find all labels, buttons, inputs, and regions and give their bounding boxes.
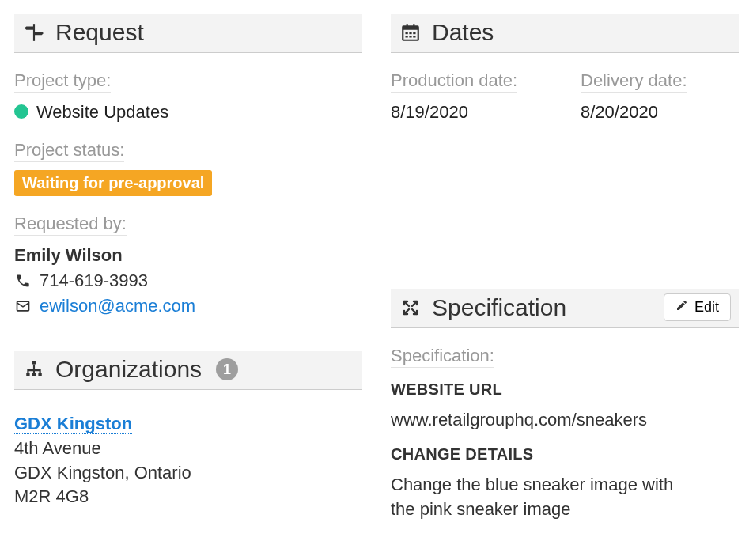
phone-icon — [14, 273, 32, 289]
organizations-panel-title: Organizations — [55, 356, 202, 383]
dates-panel-title: Dates — [432, 19, 731, 46]
svg-rect-15 — [413, 36, 415, 37]
organizations-panel-header: Organizations 1 — [14, 351, 362, 390]
sitemap-icon — [22, 358, 46, 381]
requester-email-link[interactable]: ewilson@acme.com — [40, 296, 195, 316]
project-status-label: Project status: — [14, 140, 124, 162]
svg-rect-10 — [406, 32, 408, 34]
organization-address-line2: GDX Kingston, Ontario — [14, 463, 191, 482]
expand-arrows-icon — [399, 296, 422, 320]
svg-rect-2 — [32, 361, 36, 364]
edit-button-label: Edit — [694, 299, 719, 316]
project-type-value: Website Updates — [14, 102, 362, 123]
organization-address-line1: 4th Avenue — [14, 438, 101, 458]
production-date-label: Production date: — [391, 70, 517, 93]
specification-panel-header: Specification Edit — [391, 289, 739, 328]
signpost-icon — [22, 21, 46, 44]
svg-rect-9 — [413, 24, 414, 27]
spec-change-text: Change the blue sneaker image with the p… — [391, 473, 691, 522]
organization-item: GDX Kingston 4th Avenue GDX Kingston, On… — [14, 412, 362, 509]
edit-button[interactable]: Edit — [664, 293, 731, 321]
svg-rect-5 — [38, 373, 41, 376]
svg-rect-3 — [26, 373, 29, 376]
specification-label: Specification: — [391, 346, 494, 368]
status-badge: Waiting for pre-approval — [14, 170, 212, 196]
requester-email-row: ewilson@acme.com — [14, 296, 362, 316]
svg-rect-11 — [409, 32, 411, 34]
production-date-value: 8/19/2020 — [391, 102, 549, 123]
spec-url-value: www.retailgrouphq.com/sneakers — [391, 408, 691, 433]
specification-panel-title: Specification — [432, 294, 654, 321]
svg-rect-12 — [413, 32, 415, 34]
svg-rect-4 — [32, 373, 36, 376]
organizations-count-badge: 1 — [216, 358, 238, 380]
svg-rect-7 — [403, 26, 418, 29]
spec-url-heading: WEBSITE URL — [391, 380, 739, 399]
requested-by-label: Requested by: — [14, 214, 127, 236]
project-type-text: Website Updates — [36, 102, 168, 122]
project-type-label: Project type: — [14, 70, 111, 93]
request-panel-header: Request — [14, 14, 362, 53]
request-panel-title: Request — [55, 19, 354, 46]
dates-panel-header: Dates — [391, 14, 739, 53]
organization-postal: M2R 4G8 — [14, 486, 89, 506]
spec-change-heading: CHANGE DETAILS — [391, 445, 739, 464]
status-dot-icon — [14, 104, 28, 119]
calendar-icon — [399, 21, 422, 44]
svg-rect-13 — [406, 36, 408, 37]
requester-phone: 714-619-3993 — [40, 271, 148, 291]
requester-name: Emily Wilson — [14, 245, 362, 266]
requester-phone-row: 714-619-3993 — [14, 271, 362, 291]
svg-rect-8 — [407, 24, 408, 27]
delivery-date-label: Delivery date: — [581, 70, 687, 93]
envelope-icon — [14, 298, 32, 314]
delivery-date-value: 8/20/2020 — [581, 102, 739, 123]
organization-link[interactable]: GDX Kingston — [14, 414, 132, 434]
pencil-icon — [675, 299, 688, 316]
svg-rect-14 — [409, 36, 411, 37]
